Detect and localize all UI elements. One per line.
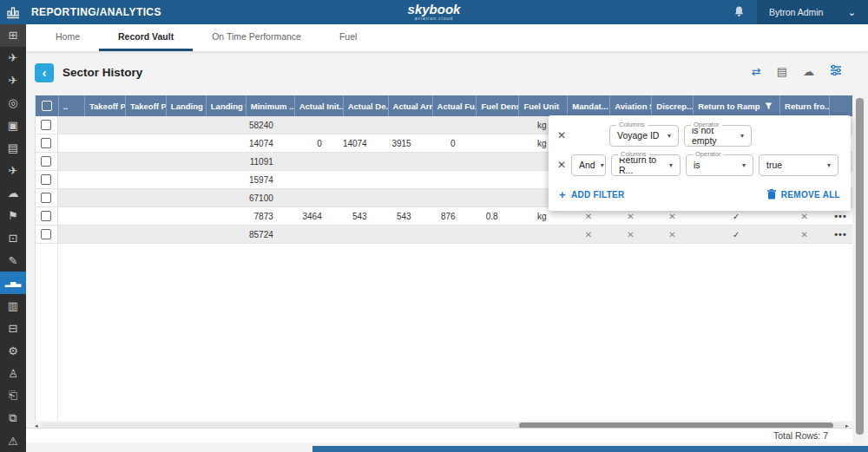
cell-actual_fuel [432, 116, 477, 134]
card-view-icon[interactable]: ▤ [777, 65, 787, 79]
cloud-download-icon[interactable]: ☁ [803, 65, 814, 79]
sidebar-item-documents[interactable]: ⎗ [0, 384, 26, 407]
chevron-down-icon: ▾ [595, 161, 604, 169]
filter-operator-select[interactable]: Operator is not empty ▾ [684, 125, 752, 147]
row-checkbox[interactable] [41, 174, 51, 185]
row-checkbox[interactable] [41, 229, 51, 239]
sidebar-item-gallery[interactable]: ⊡ [0, 227, 26, 250]
row-checkbox[interactable] [41, 120, 51, 130]
cell-fuel_density [477, 134, 519, 152]
vertical-scroll-thumb[interactable] [856, 98, 864, 435]
sidebar-item-flight-ops[interactable]: ✈ [0, 160, 26, 182]
row-checkbox[interactable] [41, 138, 51, 148]
row-checkbox[interactable] [41, 193, 51, 203]
column-header-hidden[interactable]: .. [58, 95, 84, 116]
sidebar-item-journey-log[interactable]: ✎ [0, 250, 26, 272]
sidebar-item-dashboard[interactable]: ⊞ [0, 24, 26, 47]
total-rows-label: Total Rows: 7 [773, 430, 828, 441]
chevron-down-icon: ▾ [735, 132, 744, 140]
column-header-discrepancy[interactable]: Discrep... [651, 95, 693, 116]
column-header-actual_init[interactable]: Actual Init... [294, 95, 343, 116]
cell-hidden [58, 116, 84, 134]
column-header-aviation[interactable]: Aviation S... [609, 95, 651, 116]
column-header-landing2[interactable]: Landing P... [206, 95, 246, 116]
column-label: Return to Ramp [698, 102, 760, 111]
cell-landing2 [206, 134, 246, 152]
brand-logo: skybook aviation cloud [408, 3, 461, 21]
cell-takeoff1 [84, 153, 125, 170]
filter-columns-icon[interactable] [830, 64, 842, 79]
sidebar-item-devices[interactable]: ⧉ [0, 407, 26, 429]
column-header-fuel_density[interactable]: Fuel Dens... [476, 95, 518, 116]
sidebar-item-library[interactable]: ▥ [0, 294, 26, 317]
cell-actual_init [294, 189, 343, 206]
column-header-actual_dep[interactable]: Actual De... [343, 95, 388, 116]
row-checkbox[interactable] [41, 156, 51, 167]
filter-column-select[interactable]: Columns Voyage ID ▾ [609, 125, 679, 147]
cell-actual_dep [343, 171, 388, 188]
sidebar-item-briefing-forms[interactable]: ▤ [0, 137, 26, 160]
row-menu-button[interactable]: ••• [834, 211, 847, 221]
flight-ops-icon: ✈ [9, 164, 18, 177]
sidebar-item-flight-planning[interactable]: ⚑ [0, 205, 26, 227]
sidebar-item-weather[interactable]: ☁ [0, 182, 26, 205]
remove-filter-icon[interactable]: ✕ [557, 159, 566, 171]
sidebar-item-flight-display[interactable]: ▣ [0, 115, 26, 137]
cell-mandatory: ✕ [568, 226, 610, 243]
column-header-return_from[interactable]: Return fro... [779, 95, 829, 116]
tab-home[interactable]: Home [36, 24, 99, 51]
back-button[interactable]: ‹ [35, 63, 54, 82]
add-filter-button[interactable]: + ADD FILTER [559, 188, 625, 201]
row-checkbox[interactable] [41, 211, 51, 221]
cell-minimum: 67100 [246, 189, 294, 206]
remove-all-button[interactable]: REMOVE ALL [767, 189, 840, 200]
column-header-fuel_unit[interactable]: Fuel Unit [518, 95, 567, 116]
filter-join-select[interactable]: And ▾ [571, 154, 606, 176]
column-label: Aviation S... [615, 102, 651, 111]
sidebar-item-crew-portal[interactable]: ⊟ [0, 317, 26, 339]
column-header-minimum[interactable]: Minimum ... [246, 95, 294, 116]
cell-return_ramp: ✓ [693, 226, 779, 243]
sidebar-item-flight-watch[interactable]: ✈ [0, 69, 26, 92]
row-menu-button[interactable]: ••• [834, 229, 847, 239]
column-header-landing1[interactable]: Landing P... [166, 95, 206, 116]
column-label: .. [63, 102, 68, 111]
sidebar-item-flight[interactable]: ✈ [0, 47, 26, 69]
tab-fuel[interactable]: Fuel [320, 24, 376, 51]
sidebar-item-settings[interactable]: ⚙ [0, 339, 26, 362]
column-header-takeoff2[interactable]: Takeoff Pi... [125, 95, 166, 116]
x-mark-icon: ✕ [668, 212, 675, 221]
user-menu[interactable]: Bytron Admin ⌄ [757, 0, 868, 24]
column-header-return_ramp[interactable]: Return to Ramp [693, 95, 779, 116]
analytics-logo-icon[interactable] [0, 0, 26, 24]
vertical-scrollbar[interactable]: ▾ [854, 95, 865, 445]
sidebar-item-users[interactable]: ♙ [0, 362, 26, 384]
cell-landing2 [206, 189, 246, 206]
sidebar-item-reporting-analytics[interactable]: ▂▅▃ [0, 272, 26, 294]
compare-arrows-icon[interactable]: ⇄ [752, 65, 761, 79]
tab-on-time-performance[interactable]: On Time Performance [193, 24, 320, 51]
filter-operator-value: is not empty [692, 125, 735, 146]
select-all-checkbox[interactable] [36, 95, 58, 116]
notifications-bell-icon[interactable] [733, 5, 745, 21]
cell-actual_fuel [432, 226, 477, 243]
cell-hidden [58, 153, 84, 170]
column-label: Discrep... [656, 102, 693, 111]
x-mark-icon: ✕ [585, 230, 592, 239]
alerts-icon: ⚠ [8, 435, 18, 448]
column-header-mandatory[interactable]: Mandat... [567, 95, 609, 116]
column-header-actual_arr[interactable]: Actual Arr... [388, 95, 432, 116]
flight-watch-icon: ✈ [9, 74, 18, 87]
column-label: Return fro... [785, 102, 829, 111]
column-header-actual_fuel[interactable]: Actual Fu... [432, 95, 477, 116]
filter-operator-select[interactable]: Operator is ▾ [686, 154, 753, 176]
filter-value-select[interactable]: true ▾ [759, 154, 838, 176]
cell-actual_arr [388, 153, 432, 170]
cell-actual_dep: 14074 [343, 134, 388, 152]
sidebar-item-navigation[interactable]: ◎ [0, 92, 26, 115]
tab-record-vault[interactable]: Record Vault [99, 24, 193, 51]
filter-column-select[interactable]: Columns Return to R... ▾ [611, 154, 681, 176]
sidebar-item-alerts[interactable]: ⚠ [0, 429, 26, 452]
remove-filter-icon[interactable]: ✕ [557, 129, 566, 141]
column-header-takeoff1[interactable]: Takeoff Pi... [84, 95, 125, 116]
